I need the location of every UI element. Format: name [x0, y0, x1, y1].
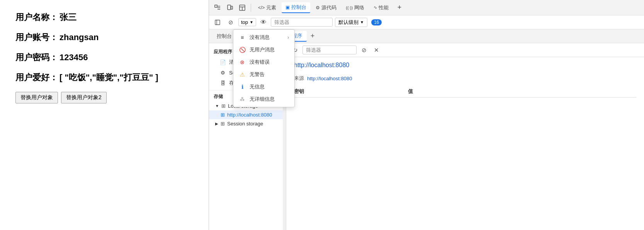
user-password-row: 用户密码：123456	[15, 52, 193, 63]
sidebar-toggle-btn[interactable]	[212, 17, 223, 28]
inspect-icon-btn[interactable]	[212, 2, 223, 13]
tab-elements[interactable]: </> 元素	[254, 3, 280, 13]
layout-icon	[239, 5, 245, 11]
origin-value[interactable]: http://localhost:8080	[307, 76, 352, 81]
inspect-icon	[214, 5, 221, 11]
tab-elements-label: 元素	[266, 4, 276, 11]
tab-console-label: 控制台	[291, 4, 306, 11]
user-hobby-row: 用户爱好：[ "吃饭","睡觉","打豆豆" ]	[15, 72, 193, 83]
replace-user-btn1[interactable]: 替换用户对象	[15, 92, 58, 103]
app-filter-input[interactable]	[302, 46, 357, 54]
app-filter-bar: ↻ ⊘ ✕	[286, 43, 644, 57]
level-selector[interactable]: 默认级别 ▼	[335, 18, 367, 27]
dropdown-item-no-warnings[interactable]: ⚠ 无警告	[233, 68, 294, 81]
warning-icon: ⚠	[239, 71, 246, 78]
dropdown-item-no-errors[interactable]: ⊗ 没有错误	[233, 56, 294, 68]
service-workers-icon: ⚙	[220, 69, 226, 76]
console-bottom-label: 控制台	[217, 33, 232, 39]
app-main-container: ↻ ⊘ ✕ http://localhost:8080 来源 http://lo…	[286, 43, 644, 230]
user-account-row: 用户账号：zhangsan	[15, 32, 193, 43]
tab-sources-label: 源代码	[321, 4, 336, 11]
sources-icon: ⚙	[316, 5, 320, 10]
level-label: 默认级别	[338, 19, 359, 26]
session-storage-label: Session storage	[227, 121, 263, 127]
filter-input[interactable]	[271, 18, 333, 27]
replace-user-btn2[interactable]: 替换用户对象2	[61, 92, 107, 103]
arrow-right-icon: ›	[287, 35, 289, 40]
dropdown-item-no-user-messages[interactable]: 🚫 无用户消息	[233, 44, 294, 56]
grid-icon-session: ⊞	[221, 121, 225, 127]
devtools-panel: </> 元素 ▣ 控制台 ⚙ 源代码 ((·)) 网络 ∿ 性能 +	[209, 0, 644, 230]
elements-icon: </>	[258, 5, 265, 10]
chevron-right-icon-session: ▶	[215, 122, 218, 126]
user-account-label: 用户账号：	[15, 32, 58, 42]
verbose-icon: ⁂	[239, 96, 246, 103]
device-icon-btn[interactable]	[224, 2, 235, 13]
tab-sources[interactable]: ⚙ 源代码	[312, 3, 340, 13]
chevron-down-icon-local: ▼	[215, 104, 219, 108]
sidebar-toggle-icon	[215, 20, 220, 25]
device-icon	[227, 5, 233, 11]
user-name-row: 用户名称：张三	[15, 12, 193, 23]
block-icon: 🚫	[239, 46, 246, 53]
origin-label: 来源	[294, 75, 304, 82]
svg-rect-4	[228, 5, 231, 10]
col-key-header: 密钥	[294, 88, 408, 95]
console-icon: ▣	[285, 5, 290, 10]
storage-icon: 🗄	[220, 80, 226, 86]
dropdown-item-no-messages[interactable]: ≡ 没有消息 ›	[233, 31, 294, 44]
svg-rect-5	[231, 6, 233, 9]
top-label: top	[241, 19, 248, 25]
more-tabs-btn[interactable]: +	[394, 2, 405, 13]
user-name-label: 用户名称：	[15, 12, 58, 22]
svg-rect-0	[215, 5, 217, 7]
dropdown-label-no-info: 无信息	[250, 83, 265, 90]
chevron-down-icon: ▼	[250, 20, 253, 24]
user-password-value: 123456	[59, 52, 88, 62]
user-password-label: 用户密码：	[15, 52, 58, 62]
sidebar-session-storage[interactable]: ▶ ⊞ Session storage	[209, 119, 285, 128]
dropdown-menu: ≡ 没有消息 › 🚫 无用户消息 ⊗ 没有错误 ⚠ 无警告 ℹ 无信息 ⁂	[233, 29, 295, 107]
grid-icon-local: ⊞	[221, 103, 226, 109]
dropdown-label-no-messages: 没有消息	[250, 34, 270, 41]
tab-performance[interactable]: ∿ 性能	[370, 3, 393, 13]
sidebar-local-storage-url[interactable]: ⊞ http://localhost:8080	[209, 110, 285, 119]
console-bar: ⊘ top ▼ 👁 默认级别 ▼ 16	[209, 15, 644, 29]
user-hobby-value: [ "吃饭","睡觉","打豆豆" ]	[59, 73, 158, 82]
console-bar-container: ⊘ top ▼ 👁 默认级别 ▼ 16 ≡ 没有消息 ›	[209, 15, 644, 29]
local-storage-url-label: http://localhost:8080	[227, 112, 272, 118]
layout-icon-btn[interactable]	[237, 2, 248, 13]
list-icon: ≡	[239, 34, 246, 41]
app-main: http://localhost:8080 来源 http://localhos…	[286, 57, 644, 230]
toolbar-sep1	[251, 4, 251, 12]
tab-performance-label: 性能	[379, 4, 389, 11]
dropdown-label-no-errors: 没有错误	[250, 59, 270, 66]
col-val-header: 值	[408, 88, 636, 95]
error-circle-icon: ⊗	[239, 59, 246, 66]
manifest-icon: 📄	[220, 59, 226, 65]
origin-row: 来源 http://localhost:8080	[294, 75, 636, 82]
info-icon: ℹ	[239, 83, 246, 90]
user-account-value: zhangsan	[59, 32, 99, 42]
app-main-url[interactable]: http://localhost:8080	[294, 62, 636, 69]
dropdown-label-no-warnings: 无警告	[250, 71, 265, 78]
tab-console[interactable]: ▣ 控制台	[282, 2, 310, 13]
clear-filter-icon-btn[interactable]: ⊘	[359, 45, 369, 55]
network-icon: ((·))	[346, 5, 353, 10]
performance-icon: ∿	[374, 5, 377, 10]
ban-icon-btn[interactable]: ⊘	[225, 17, 236, 28]
add-bottom-tab-btn[interactable]: +	[308, 31, 318, 41]
buttons-row: 替换用户对象 替换用户对象2	[15, 92, 193, 103]
eye-icon-btn[interactable]: 👁	[258, 17, 268, 27]
table-header: 密钥 值	[294, 88, 636, 98]
top-selector[interactable]: top ▼	[238, 18, 256, 26]
dropdown-item-no-info[interactable]: ℹ 无信息	[233, 81, 294, 93]
level-chevron-icon: ▼	[360, 20, 364, 24]
devtools-toolbar: </> 元素 ▣ 控制台 ⚙ 源代码 ((·)) 网络 ∿ 性能 +	[209, 0, 644, 15]
dropdown-label-no-verbose: 无详细信息	[250, 96, 275, 103]
tab-network[interactable]: ((·)) 网络	[342, 3, 368, 13]
error-count-badge: 16	[371, 19, 382, 25]
close-icon-btn[interactable]: ✕	[371, 45, 381, 55]
left-panel: 用户名称：张三 用户账号：zhangsan 用户密码：123456 用户爱好：[…	[0, 0, 209, 230]
dropdown-item-no-verbose[interactable]: ⁂ 无详细信息	[233, 93, 294, 105]
